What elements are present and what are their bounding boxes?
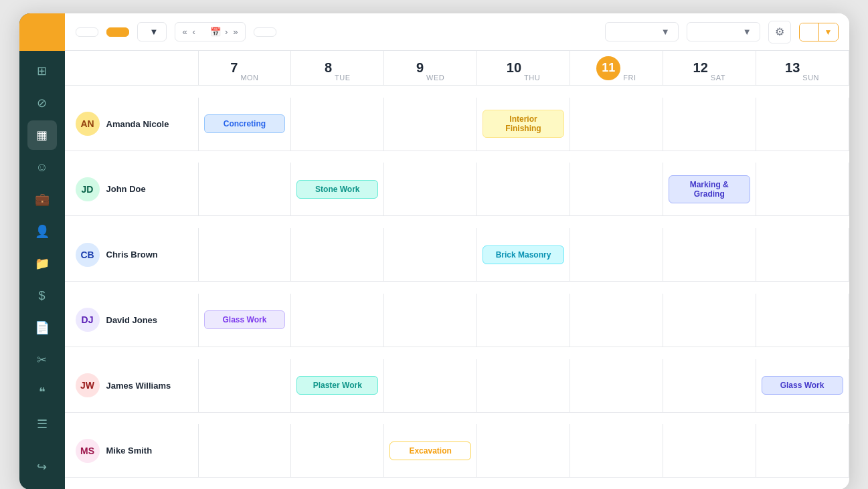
users-dropdown[interactable]: ▼ [605, 22, 679, 41]
all-dropdown[interactable]: ▼ [687, 22, 760, 41]
task-chip[interactable]: Glass Work [762, 376, 843, 395]
day-number: 10 [507, 60, 521, 76]
task-cell-chris-brown-day6 [756, 228, 849, 282]
day-header-12: 12SAT [663, 51, 756, 86]
nav-last-icon[interactable]: » [232, 25, 239, 38]
task-cell-james-williams-day3 [477, 359, 570, 413]
day-name: WED [426, 74, 444, 82]
task-cell-amanda-nicole-day5 [663, 98, 756, 151]
add-caret-icon: ▼ [824, 27, 833, 37]
task-cell-amanda-nicole-day4 [570, 98, 663, 151]
app-logo [19, 13, 65, 51]
today-circle: 11 [596, 56, 620, 80]
avatar: JD [76, 177, 100, 201]
nav-first-icon[interactable]: « [181, 25, 188, 38]
avatar: MS [76, 439, 100, 463]
task-chip[interactable]: Concreting [204, 114, 286, 133]
task-cell-mike-smith-day2: Excavation [384, 424, 477, 478]
task-cell-david-jones-day0: Glass Work [199, 294, 292, 347]
sidebar-nav: ⊞⊘▦☺💼👤📁$📄✂❝☰ [27, 51, 57, 444]
filter-icon[interactable]: ⊘ [27, 88, 57, 118]
document-icon[interactable]: 📄 [27, 313, 57, 343]
user-row-cell: JDJohn Doe [65, 163, 199, 216]
users-chevron-icon: ▼ [661, 27, 670, 37]
day-number: 13 [785, 60, 800, 76]
task-cell-john-doe-day1: Stone Work [291, 163, 384, 216]
task-cell-david-jones-day6 [756, 294, 849, 347]
task-cell-amanda-nicole-day6 [756, 98, 849, 151]
task-cell-amanda-nicole-day2 [384, 98, 477, 151]
task-cell-david-jones-day2 [384, 294, 477, 347]
avatar: AN [76, 112, 100, 136]
task-cell-john-doe-day3 [477, 163, 570, 216]
user-name: Chris Brown [106, 250, 158, 260]
task-cell-james-williams-day1: Plaster Work [291, 359, 384, 413]
task-cell-amanda-nicole-day1 [291, 98, 384, 151]
user-name: James Williams [106, 381, 171, 391]
add-dropdown-button[interactable]: ▼ [818, 23, 838, 41]
day-name: SAT [711, 74, 725, 82]
day-name: FRI [623, 74, 636, 82]
all-chevron-icon: ▼ [743, 27, 752, 37]
task-cell-amanda-nicole-day0: Concreting [199, 98, 292, 151]
nav-next-icon[interactable]: › [224, 25, 229, 38]
day-number: 12 [693, 60, 708, 76]
nav-prev-icon[interactable]: ‹ [191, 25, 197, 38]
task-cell-david-jones-day4 [570, 294, 663, 347]
add-button-group: ▼ [799, 23, 839, 41]
settings-button[interactable]: ⚙ [768, 21, 791, 43]
logout-icon[interactable]: ↪ [27, 452, 57, 482]
avatar: DJ [76, 308, 100, 332]
task-cell-chris-brown-day1 [291, 228, 384, 282]
task-chip[interactable]: Glass Work [204, 310, 286, 329]
task-chip[interactable]: Excavation [389, 442, 471, 460]
day-header-13: 13SUN [756, 51, 849, 86]
task-cell-amanda-nicole-day3: Interior Finishing [477, 98, 570, 151]
day-header-10: 10THU [477, 51, 570, 86]
user-row-cell: MSMike Smith [65, 424, 199, 478]
briefcase-icon[interactable]: 💼 [27, 185, 57, 214]
calendar-picker-icon[interactable]: 📅 [210, 27, 221, 37]
tab-calendar[interactable] [76, 27, 98, 37]
task-cell-john-doe-day6 [756, 163, 849, 216]
tab-resources[interactable] [106, 27, 129, 37]
task-chip[interactable]: Marking & Grading [669, 175, 750, 203]
task-chip[interactable]: Stone Work [296, 180, 378, 199]
scissors-icon[interactable]: ✂ [27, 345, 57, 375]
sidebar-bottom: ↪ [27, 444, 57, 489]
task-cell-john-doe-day0 [199, 163, 292, 216]
task-cell-john-doe-day2 [384, 163, 477, 216]
dashboard-icon[interactable]: ⊞ [27, 56, 57, 86]
day-number: 7 [230, 60, 238, 76]
task-chip[interactable]: Brick Masonry [483, 246, 564, 264]
today-button[interactable] [254, 27, 276, 37]
task-cell-james-williams-day6: Glass Work [756, 359, 849, 413]
task-cell-mike-smith-day1 [291, 424, 384, 478]
day-number: 9 [416, 60, 424, 76]
add-button[interactable] [800, 23, 818, 41]
user-name: David Jones [106, 315, 158, 325]
task-cell-chris-brown-day4 [570, 228, 663, 282]
task-chip[interactable]: Interior Finishing [483, 110, 564, 138]
contacts-icon[interactable]: ☺ [27, 153, 57, 182]
task-cell-chris-brown-day5 [663, 228, 756, 282]
folder-icon[interactable]: 📁 [27, 249, 57, 278]
calendar-icon[interactable]: ▦ [27, 120, 57, 150]
task-cell-chris-brown-day0 [199, 228, 292, 282]
task-cell-chris-brown-day3: Brick Masonry [477, 228, 570, 282]
main-content: ▼ « ‹ 📅 › » ▼ ▼ ⚙ [65, 13, 849, 489]
week-selector[interactable]: ▼ [137, 22, 167, 41]
user-name: Mike Smith [106, 446, 153, 456]
sidebar: ⊞⊘▦☺💼👤📁$📄✂❝☰ ↪ [19, 13, 65, 489]
day-name: TUE [335, 74, 351, 82]
task-cell-john-doe-day4 [570, 163, 663, 216]
task-cell-david-jones-day3 [477, 294, 570, 347]
dollar-icon[interactable]: $ [27, 281, 57, 310]
task-chip[interactable]: Plaster Work [296, 376, 378, 395]
task-cell-mike-smith-day5 [663, 424, 756, 478]
person-icon[interactable]: 👤 [27, 217, 57, 246]
day-name: SUN [802, 74, 819, 82]
quote-icon[interactable]: ❝ [27, 377, 57, 407]
day-header-7: 7MON [199, 51, 292, 86]
list-icon[interactable]: ☰ [27, 409, 57, 439]
